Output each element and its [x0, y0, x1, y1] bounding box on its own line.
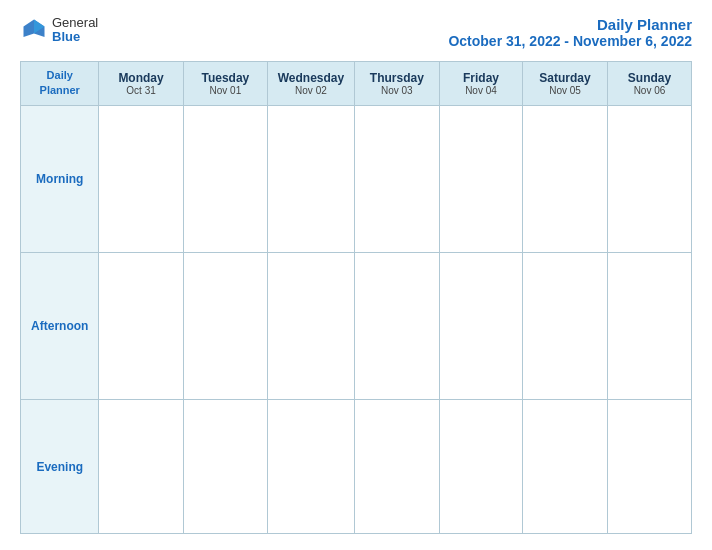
morning-sat[interactable] — [523, 105, 608, 252]
col-date-tue: Nov 01 — [188, 85, 263, 96]
morning-fri[interactable] — [439, 105, 522, 252]
afternoon-sun[interactable] — [607, 252, 691, 399]
col-day-thu: Thursday — [359, 71, 435, 85]
evening-mon[interactable] — [99, 400, 183, 534]
afternoon-wed[interactable] — [268, 252, 355, 399]
col-date-wed: Nov 02 — [272, 85, 350, 96]
col-header-sun: Sunday Nov 06 — [607, 62, 691, 106]
col-header-fri: Friday Nov 04 — [439, 62, 522, 106]
col-date-thu: Nov 03 — [359, 85, 435, 96]
afternoon-fri[interactable] — [439, 252, 522, 399]
col-header-thu: Thursday Nov 03 — [354, 62, 439, 106]
col-header-label: Daily Planner — [21, 62, 99, 106]
evening-tue[interactable] — [183, 400, 267, 534]
morning-mon[interactable] — [99, 105, 183, 252]
morning-thu[interactable] — [354, 105, 439, 252]
evening-fri[interactable] — [439, 400, 522, 534]
header-row: Daily Planner Monday Oct 31 Tuesday Nov … — [21, 62, 692, 106]
afternoon-thu[interactable] — [354, 252, 439, 399]
generalblue-logo-icon — [20, 16, 48, 44]
logo-general: General — [52, 16, 98, 30]
col-label-planner: Planner — [25, 83, 94, 98]
morning-row: Morning — [21, 105, 692, 252]
col-date-sun: Nov 06 — [612, 85, 687, 96]
col-header-tue: Tuesday Nov 01 — [183, 62, 267, 106]
evening-wed[interactable] — [268, 400, 355, 534]
col-date-fri: Nov 04 — [444, 85, 518, 96]
col-header-sat: Saturday Nov 05 — [523, 62, 608, 106]
afternoon-label: Afternoon — [21, 252, 99, 399]
col-day-mon: Monday — [103, 71, 178, 85]
page: General Blue Daily Planner October 31, 2… — [0, 0, 712, 550]
evening-sun[interactable] — [607, 400, 691, 534]
col-day-tue: Tuesday — [188, 71, 263, 85]
afternoon-row: Afternoon — [21, 252, 692, 399]
col-date-mon: Oct 31 — [103, 85, 178, 96]
col-day-wed: Wednesday — [272, 71, 350, 85]
col-day-fri: Friday — [444, 71, 518, 85]
afternoon-mon[interactable] — [99, 252, 183, 399]
evening-sat[interactable] — [523, 400, 608, 534]
col-header-mon: Monday Oct 31 — [99, 62, 183, 106]
evening-row: Evening — [21, 400, 692, 534]
evening-thu[interactable] — [354, 400, 439, 534]
header: General Blue Daily Planner October 31, 2… — [20, 16, 692, 49]
col-day-sun: Sunday — [612, 71, 687, 85]
col-header-wed: Wednesday Nov 02 — [268, 62, 355, 106]
header-title: Daily Planner — [448, 16, 692, 33]
col-label-daily: Daily — [25, 68, 94, 83]
morning-wed[interactable] — [268, 105, 355, 252]
afternoon-sat[interactable] — [523, 252, 608, 399]
header-right: Daily Planner October 31, 2022 - Novembe… — [448, 16, 692, 49]
calendar-table: Daily Planner Monday Oct 31 Tuesday Nov … — [20, 61, 692, 534]
morning-tue[interactable] — [183, 105, 267, 252]
logo-text: General Blue — [52, 16, 98, 45]
logo-blue: Blue — [52, 30, 98, 44]
morning-sun[interactable] — [607, 105, 691, 252]
col-date-sat: Nov 05 — [527, 85, 603, 96]
evening-label: Evening — [21, 400, 99, 534]
afternoon-tue[interactable] — [183, 252, 267, 399]
morning-label: Morning — [21, 105, 99, 252]
col-day-sat: Saturday — [527, 71, 603, 85]
header-dates: October 31, 2022 - November 6, 2022 — [448, 33, 692, 49]
logo: General Blue — [20, 16, 98, 45]
